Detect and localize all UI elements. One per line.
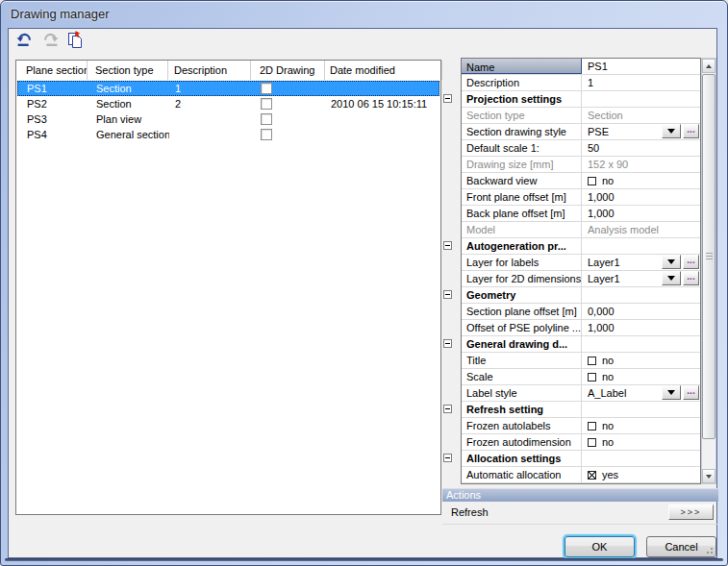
- refresh-run-button[interactable]: >>>: [668, 504, 714, 520]
- property-value[interactable]: no: [583, 353, 700, 368]
- value-checkbox[interactable]: [588, 177, 596, 185]
- property-value[interactable]: no: [583, 369, 700, 384]
- property-row-title: Titleno: [462, 353, 700, 369]
- value-checkbox[interactable]: [588, 357, 596, 365]
- collapse-group-button[interactable]: [443, 94, 452, 103]
- 2d-drawing-checkbox[interactable]: [261, 129, 272, 140]
- property-value[interactable]: no: [583, 418, 700, 433]
- table-row-ps3[interactable]: PS3Plan view: [17, 111, 439, 127]
- property-label[interactable]: Projection settings: [462, 91, 582, 107]
- property-value[interactable]: no: [583, 434, 700, 450]
- property-label[interactable]: Layer for labels: [462, 255, 582, 270]
- property-value[interactable]: 50: [583, 140, 700, 156]
- property-value[interactable]: 1,000: [583, 206, 700, 221]
- collapse-group-button[interactable]: [443, 241, 452, 250]
- collapse-group-button[interactable]: [443, 339, 452, 348]
- dropdown-button[interactable]: [662, 271, 681, 285]
- property-row-geometry[interactable]: Geometry: [462, 287, 700, 304]
- column-header-section-type[interactable]: Section type: [88, 61, 168, 80]
- column-header-description[interactable]: Description: [168, 61, 251, 80]
- property-value[interactable]: Section: [583, 108, 700, 123]
- property-label[interactable]: Refresh setting: [462, 402, 582, 417]
- table-row-ps1[interactable]: PS1Section1: [17, 81, 439, 96]
- cell-section-type: General section: [88, 127, 169, 142]
- property-label[interactable]: Default scale 1:: [462, 140, 582, 156]
- 2d-drawing-checkbox[interactable]: [261, 83, 272, 94]
- property-label[interactable]: General drawing d...: [462, 336, 582, 352]
- value-checkbox[interactable]: [588, 373, 596, 381]
- property-label[interactable]: Label style: [462, 385, 582, 401]
- property-row-section-type: Section typeSection: [462, 108, 700, 124]
- column-header-date-modified[interactable]: Date modified: [325, 61, 442, 80]
- property-label[interactable]: Front plane offset [m]: [462, 189, 582, 205]
- value-checkbox[interactable]: [588, 471, 596, 480]
- property-row-general-drawing-d[interactable]: General drawing d...: [462, 336, 700, 353]
- property-row-refresh-setting[interactable]: Refresh setting: [462, 402, 700, 418]
- scrollbar-thumb[interactable]: [702, 74, 715, 439]
- table-row-ps2[interactable]: PS2Section22010 06 15 10:15:11: [17, 96, 439, 111]
- property-label[interactable]: Back plane offset [m]: [462, 206, 582, 221]
- value-checkbox[interactable]: [588, 438, 596, 447]
- property-value[interactable]: PS1: [583, 59, 700, 74]
- property-row-autogeneration-pr[interactable]: Autogeneration pr...: [462, 238, 700, 255]
- property-label[interactable]: Allocation settings: [462, 451, 582, 466]
- property-row-allocation-settings[interactable]: Allocation settings: [462, 451, 700, 467]
- collapse-group-button[interactable]: [443, 290, 452, 299]
- ellipsis-button[interactable]: ...: [683, 271, 699, 285]
- redo-button[interactable]: [40, 32, 60, 51]
- undo-button[interactable]: [15, 32, 35, 51]
- property-value[interactable]: PSE...: [583, 124, 700, 139]
- table-row-ps4[interactable]: PS4General section: [17, 127, 439, 142]
- property-label[interactable]: Frozen autolabels: [462, 418, 582, 433]
- property-label[interactable]: Section type: [462, 108, 582, 123]
- property-value[interactable]: 152 x 90: [583, 157, 700, 172]
- dropdown-button[interactable]: [662, 255, 681, 269]
- property-label[interactable]: Autogeneration pr...: [462, 238, 582, 254]
- property-label[interactable]: Name: [461, 58, 582, 74]
- column-header-2d-drawing[interactable]: 2D Drawing: [251, 61, 325, 80]
- property-row-front-plane-offset-m: Front plane offset [m]1,000: [462, 189, 700, 206]
- property-label[interactable]: Scale: [462, 369, 582, 384]
- property-label[interactable]: Section drawing style: [462, 124, 582, 139]
- property-value[interactable]: Analysis model: [583, 222, 700, 237]
- ellipsis-button[interactable]: ...: [683, 385, 699, 400]
- property-value[interactable]: 1,000: [583, 189, 700, 205]
- 2d-drawing-checkbox[interactable]: [261, 113, 272, 125]
- titlebar[interactable]: Drawing manager: [1, 1, 727, 28]
- property-label[interactable]: Automatic allocation: [462, 467, 582, 482]
- scroll-down-button[interactable]: [702, 469, 715, 483]
- scroll-up-button[interactable]: [702, 59, 715, 73]
- property-value[interactable]: 0,000: [583, 304, 700, 319]
- property-value[interactable]: 1,000: [583, 320, 700, 335]
- property-value[interactable]: 1: [583, 75, 700, 90]
- property-value[interactable]: yes: [583, 467, 700, 482]
- insert-to-document-button[interactable]: [65, 32, 85, 51]
- property-label[interactable]: Frozen autodimension: [462, 434, 582, 450]
- ok-button[interactable]: OK: [565, 536, 635, 557]
- property-label[interactable]: Offset of PSE polyline ...: [462, 320, 582, 335]
- collapse-group-button[interactable]: [443, 454, 452, 462]
- dropdown-button[interactable]: [662, 385, 681, 400]
- ellipsis-button[interactable]: ...: [683, 124, 699, 138]
- property-label[interactable]: Description: [462, 75, 582, 90]
- property-value[interactable]: Layer1...: [583, 271, 700, 286]
- property-label[interactable]: Title: [462, 353, 582, 368]
- property-value[interactable]: no: [583, 173, 700, 188]
- column-header-plane-section[interactable]: Plane section: [16, 61, 88, 80]
- dropdown-button[interactable]: [662, 124, 681, 138]
- property-label[interactable]: Model: [462, 222, 582, 237]
- property-grid-scrollbar[interactable]: [701, 58, 716, 484]
- property-row-projection-settings[interactable]: Projection settings: [462, 91, 700, 108]
- property-label[interactable]: Layer for 2D dimensions: [462, 271, 582, 286]
- value-checkbox[interactable]: [588, 422, 596, 431]
- ellipsis-button[interactable]: ...: [683, 255, 699, 269]
- property-row-layer-for-2d-dimensions: Layer for 2D dimensionsLayer1...: [462, 271, 700, 287]
- 2d-drawing-checkbox[interactable]: [261, 98, 272, 110]
- property-value[interactable]: A_Label...: [583, 385, 700, 401]
- collapse-group-button[interactable]: [443, 405, 452, 413]
- property-label[interactable]: Backward view: [462, 173, 582, 188]
- property-value[interactable]: Layer1...: [583, 255, 700, 270]
- property-label[interactable]: Drawing size [mm]: [462, 157, 582, 172]
- property-label[interactable]: Geometry: [462, 287, 582, 303]
- property-label[interactable]: Section plane offset [m]: [462, 304, 582, 319]
